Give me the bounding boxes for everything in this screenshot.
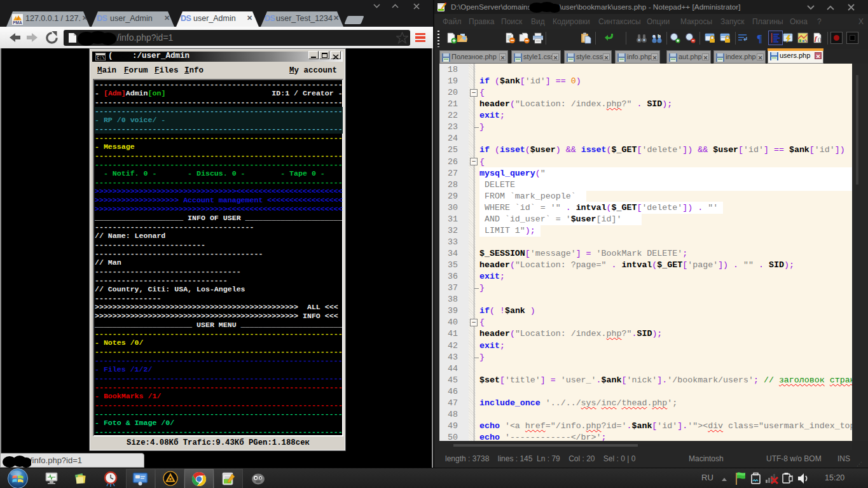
svg-text:C:\: C:\ [97,55,105,60]
svg-text:(): () [818,37,822,43]
svg-text:b: b [658,33,661,39]
svg-text:PMA: PMA [13,20,22,25]
svg-text:a: a [652,33,656,39]
svg-text:¶: ¶ [757,33,762,44]
